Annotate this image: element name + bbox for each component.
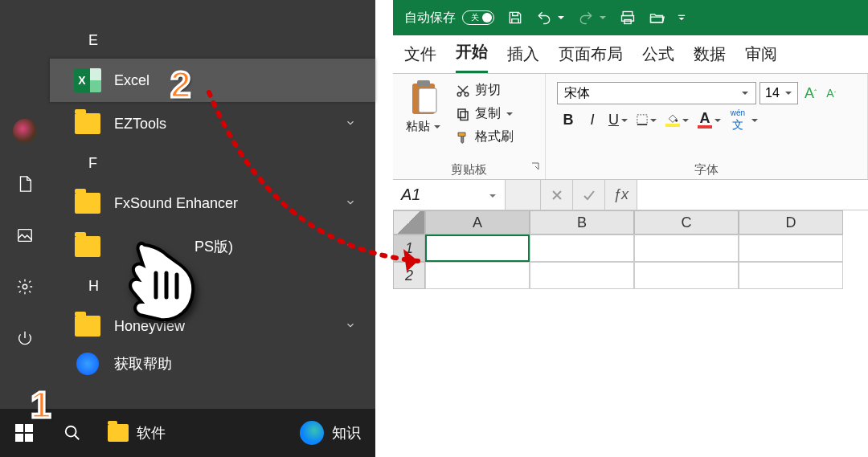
tab-layout[interactable]: 页面布局 xyxy=(559,43,623,73)
cut-button[interactable]: 剪切 xyxy=(452,80,517,100)
print-icon[interactable] xyxy=(620,10,636,26)
column-header-b[interactable]: B xyxy=(530,210,634,235)
italic-button[interactable]: I xyxy=(581,109,604,130)
border-button[interactable] xyxy=(633,109,661,130)
customize-qat-icon[interactable] xyxy=(678,10,686,25)
chevron-down-icon xyxy=(345,116,356,133)
font-color-button[interactable]: A xyxy=(694,109,725,130)
open-icon[interactable] xyxy=(649,10,665,26)
group-clipboard: 粘贴 剪切 复制 格式刷 xyxy=(393,74,546,179)
formula-input[interactable] xyxy=(637,180,868,210)
dropdown-caret-icon xyxy=(741,86,749,100)
row-header-2[interactable]: 2 xyxy=(393,262,425,289)
tab-review[interactable]: 审阅 xyxy=(745,43,777,73)
app-item-gethelp[interactable]: 获取帮助 xyxy=(50,348,375,380)
taskbar-app-edge[interactable]: 知识 xyxy=(289,409,372,457)
tab-insert[interactable]: 插入 xyxy=(507,43,539,73)
select-all-corner[interactable] xyxy=(393,210,425,235)
chevron-down-icon xyxy=(345,195,356,212)
column-header-a[interactable]: A xyxy=(425,210,530,235)
chevron-down-icon xyxy=(345,239,356,255)
app-label: EZTools xyxy=(114,116,166,133)
cell-d2[interactable] xyxy=(739,262,843,289)
scissors-icon xyxy=(456,84,470,98)
cell-b2[interactable] xyxy=(530,262,634,289)
app-item-excel[interactable]: X Excel xyxy=(50,59,375,102)
row-header-1[interactable]: 1 xyxy=(393,235,425,262)
letter-header-f[interactable]: F xyxy=(50,145,375,182)
folder-icon xyxy=(108,424,129,442)
folder-icon xyxy=(74,312,101,340)
start-app-list: E X Excel EZTools F FxSound Enhancer xyxy=(50,0,375,409)
save-icon[interactable] xyxy=(507,10,523,26)
folder-icon xyxy=(74,110,101,137)
svg-rect-10 xyxy=(678,15,685,16)
tab-home[interactable]: 开始 xyxy=(456,41,488,73)
redo-icon[interactable] xyxy=(578,10,594,26)
formula-bar-row: A1 ƒx xyxy=(393,180,868,210)
column-header-c[interactable]: C xyxy=(634,210,739,235)
cell-a1[interactable] xyxy=(425,235,530,262)
cell-d1[interactable] xyxy=(739,235,843,262)
tab-formulas[interactable]: 公式 xyxy=(642,43,674,73)
svg-point-2 xyxy=(66,426,76,437)
dropdown-caret-icon xyxy=(433,120,441,133)
dropdown-caret-icon[interactable] xyxy=(557,10,565,25)
name-box[interactable]: A1 xyxy=(393,180,506,210)
increase-font-icon[interactable]: Aˆ xyxy=(801,85,820,102)
undo-icon[interactable] xyxy=(536,10,552,26)
file-icon[interactable] xyxy=(14,173,35,194)
excel-window: 自动保存 关 文件 开始 插入 页面布局 公式 数据 审阅 xyxy=(393,0,868,402)
dropdown-caret-icon[interactable] xyxy=(599,10,607,25)
cancel-formula-icon[interactable] xyxy=(541,180,573,210)
tab-file[interactable]: 文件 xyxy=(404,43,436,73)
pictures-icon[interactable] xyxy=(14,225,35,246)
font-name-select[interactable]: 宋体 xyxy=(557,82,756,104)
bold-button[interactable]: B xyxy=(557,109,579,130)
phonetic-guide-button[interactable]: wén 文 xyxy=(727,109,749,130)
autosave-toggle[interactable]: 自动保存 关 xyxy=(404,10,494,27)
annotation-step-2: 2 xyxy=(170,63,191,106)
app-item-honeyview[interactable]: Honeyview xyxy=(50,304,375,348)
group-label: 剪贴板 xyxy=(399,159,538,179)
enter-formula-icon[interactable] xyxy=(573,180,605,210)
taskbar: 软件 知识 xyxy=(0,409,375,457)
folder-icon xyxy=(74,190,101,217)
underline-button[interactable]: U xyxy=(605,109,632,130)
user-avatar[interactable] xyxy=(13,119,37,143)
format-painter-button[interactable]: 格式刷 xyxy=(452,127,517,147)
insert-function-icon[interactable]: ƒx xyxy=(605,180,637,210)
app-item-eztools[interactable]: EZTools xyxy=(50,102,375,145)
paintbrush-icon xyxy=(456,130,470,145)
app-item-wps[interactable]: PS版) xyxy=(50,225,375,268)
fill-color-button[interactable] xyxy=(662,109,693,130)
dialog-launcher-icon[interactable] xyxy=(530,160,540,174)
font-size-select[interactable]: 14 xyxy=(760,82,798,104)
paste-button[interactable]: 粘贴 xyxy=(399,77,448,147)
svg-rect-18 xyxy=(637,115,647,124)
cell-c2[interactable] xyxy=(634,262,739,289)
dropdown-caret-icon[interactable] xyxy=(751,112,759,129)
group-label: 字体 xyxy=(552,159,861,179)
ribbon-tabs: 文件 开始 插入 页面布局 公式 数据 审阅 xyxy=(393,35,868,74)
taskbar-app-label: 软件 xyxy=(137,423,166,443)
dropdown-caret-icon xyxy=(620,112,628,129)
taskbar-search-button[interactable] xyxy=(48,409,96,457)
column-header-d[interactable]: D xyxy=(739,210,843,235)
letter-header-h[interactable]: H xyxy=(50,268,375,304)
decrease-font-icon[interactable]: Aˇ xyxy=(823,87,839,100)
folder-icon xyxy=(74,233,101,260)
taskbar-app-folder[interactable]: 软件 xyxy=(96,409,177,457)
letter-header-e[interactable]: E xyxy=(50,22,375,59)
cell-b1[interactable] xyxy=(530,235,634,262)
power-icon[interactable] xyxy=(14,328,35,349)
tab-data[interactable]: 数据 xyxy=(694,43,726,73)
settings-gear-icon[interactable] xyxy=(14,276,35,297)
app-label: 获取帮助 xyxy=(114,354,172,373)
hand-cursor-icon xyxy=(121,233,201,321)
cell-a2[interactable] xyxy=(425,262,530,289)
toggle-switch-icon: 关 xyxy=(462,10,494,25)
cell-c1[interactable] xyxy=(634,235,739,262)
app-item-fxsound[interactable]: FxSound Enhancer xyxy=(50,182,375,225)
copy-button[interactable]: 复制 xyxy=(452,104,517,124)
